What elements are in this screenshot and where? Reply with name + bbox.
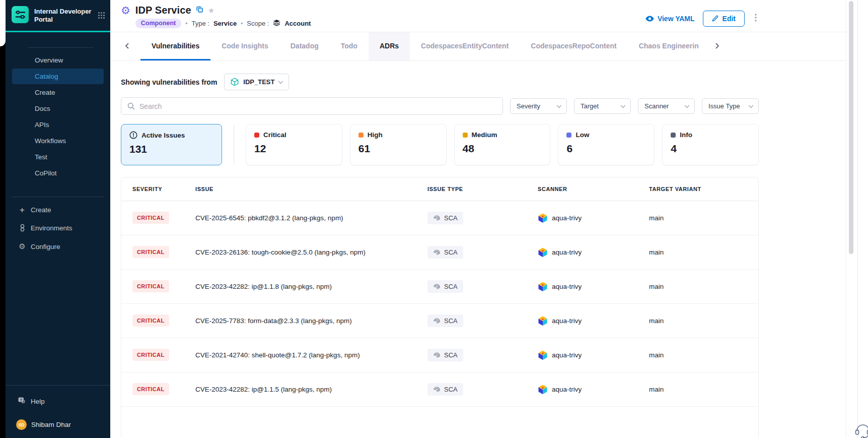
stat-value: 12 bbox=[254, 143, 334, 155]
issue-type-label: SCA bbox=[444, 351, 458, 359]
severity-dot bbox=[671, 133, 676, 138]
tab[interactable]: Todo bbox=[330, 32, 369, 60]
sidebar-nav-label: Overview bbox=[35, 56, 63, 64]
table-row[interactable]: CRITICAL CVE-2025-6545: pbkdf2@3.1.2 (la… bbox=[121, 201, 758, 235]
gear-icon: ⚙ bbox=[18, 242, 26, 251]
tab-list: Vulnerabilities Code Insights Datadog To… bbox=[140, 32, 710, 60]
edit-label: Edit bbox=[722, 15, 736, 23]
sidebar-divider bbox=[12, 197, 104, 197]
table-row[interactable]: CRITICAL CVE-2021-42740: shell-quote@1.7… bbox=[121, 338, 758, 372]
sidebar-action-configure[interactable]: ⚙ Configure bbox=[12, 237, 104, 256]
sidebar-nav-label: Workflows bbox=[35, 137, 66, 145]
sidebar-nav-item[interactable]: Test bbox=[12, 149, 104, 165]
sidebar-action-create[interactable]: + Create bbox=[12, 202, 104, 218]
more-options-icon[interactable] bbox=[753, 13, 759, 25]
filter-select[interactable]: Issue Type bbox=[702, 98, 759, 114]
sidebar-nav-item[interactable]: APIs bbox=[12, 117, 104, 133]
severity-stat-card[interactable]: Medium 48 bbox=[454, 124, 551, 165]
tab[interactable]: Code Insights bbox=[210, 32, 279, 60]
user-menu[interactable]: SD Shibam Dhar bbox=[16, 419, 110, 430]
severity-stat-card[interactable]: Critical 12 bbox=[246, 124, 342, 165]
severity-dot bbox=[566, 133, 571, 138]
issue-text: CVE-2023-26136: tough-cookie@2.5.0 (lang… bbox=[195, 248, 366, 256]
project-name: IDP_TEST bbox=[243, 78, 274, 86]
sidebar-divider bbox=[6, 385, 110, 386]
stat-label: Medium bbox=[472, 131, 497, 139]
sidebar-nav-item[interactable]: Workflows bbox=[12, 133, 104, 149]
help-button[interactable]: ? Help bbox=[18, 397, 110, 406]
main-panel: ⚙ IDP Service ★ Component bbox=[110, 0, 868, 438]
sidebar-action-environments[interactable]: Environments bbox=[12, 219, 104, 236]
target-variant: main bbox=[649, 386, 664, 393]
table-row[interactable]: CRITICAL CVE-2023-42282: ip@1.1.5 (lang-… bbox=[121, 372, 758, 406]
meta-separator: • bbox=[185, 20, 187, 27]
portal-logo-icon[interactable] bbox=[11, 6, 29, 26]
tabs-scroll-left-icon[interactable] bbox=[121, 39, 133, 54]
support-icon[interactable] bbox=[854, 422, 868, 438]
target-variant: main bbox=[649, 351, 664, 359]
filter-select[interactable]: Target bbox=[574, 98, 631, 114]
tab[interactable]: CodespacesRepoContent bbox=[520, 32, 627, 60]
project-select[interactable]: IDP_TEST bbox=[224, 74, 289, 90]
issue-type-label: SCA bbox=[444, 317, 458, 325]
severity-stat-card[interactable]: Info 4 bbox=[662, 124, 759, 165]
help-label: Help bbox=[31, 398, 45, 405]
table-row[interactable]: CRITICAL CVE-2023-26136: tough-cookie@2.… bbox=[121, 235, 758, 269]
sidebar-nav-item[interactable]: Docs bbox=[12, 101, 104, 116]
chevron-down-icon bbox=[557, 103, 562, 108]
stat-value: 48 bbox=[463, 143, 542, 155]
severity-stat-card[interactable]: Low 6 bbox=[558, 124, 655, 165]
issue-type-label: SCA bbox=[444, 214, 458, 222]
sidebar-nav-item[interactable]: CoPilot bbox=[12, 165, 104, 181]
filter-select[interactable]: Severity bbox=[510, 98, 567, 114]
severity-cards: Critical 12 High 61 bbox=[246, 124, 759, 165]
tab[interactable]: CodespacesEntityContent bbox=[410, 32, 520, 60]
table-row[interactable]: CRITICAL CVE-2023-42282: ip@1.1.8 (lang-… bbox=[121, 269, 758, 303]
scanner-name: aqua-trivy bbox=[552, 283, 582, 290]
scope-label: Scope : bbox=[247, 20, 269, 27]
meta-separator: • bbox=[241, 20, 243, 27]
sidebar-nav-item[interactable]: Catalog bbox=[12, 69, 104, 84]
search-input[interactable] bbox=[139, 102, 496, 110]
tab-label: Todo bbox=[341, 42, 357, 50]
sidebar-nav-item[interactable]: Overview bbox=[12, 52, 104, 68]
tab[interactable]: Chaos Engineerin bbox=[628, 32, 710, 60]
stat-value: 4 bbox=[671, 143, 750, 155]
filter-label: Scanner bbox=[644, 102, 669, 110]
svg-text:?: ? bbox=[20, 398, 22, 402]
severity-dot bbox=[463, 133, 468, 138]
table-row[interactable]: CRITICAL CVE-2025-7783: form-data@2.3.3 … bbox=[121, 303, 758, 338]
entity-meta: Component • Type : Service • Scope : bbox=[135, 19, 311, 28]
sidebar-nav-item[interactable]: Create bbox=[12, 85, 104, 100]
filter-select[interactable]: Scanner bbox=[638, 98, 695, 114]
issue-type-badge: SCA bbox=[427, 280, 463, 293]
tabs-scroll-right-icon[interactable] bbox=[711, 39, 724, 54]
column-header-issue: ISSUE bbox=[195, 177, 427, 201]
sidebar-action-label: Configure bbox=[31, 243, 60, 251]
search-icon bbox=[127, 102, 135, 110]
severity-stat-card[interactable]: High 61 bbox=[350, 124, 447, 165]
issue-type-badge: SCA bbox=[427, 383, 463, 396]
project-cube-icon bbox=[231, 78, 239, 86]
tab-label: CodespacesRepoContent bbox=[531, 42, 616, 50]
copy-icon[interactable] bbox=[196, 6, 203, 15]
chevron-down-icon bbox=[278, 79, 283, 84]
view-yaml-button[interactable]: View YAML bbox=[645, 15, 695, 23]
sca-scan-icon bbox=[433, 214, 441, 222]
scrollbar-track-border bbox=[846, 0, 846, 438]
favorite-star-icon[interactable]: ★ bbox=[208, 6, 214, 15]
app-grid-icon[interactable] bbox=[98, 12, 105, 21]
tab[interactable]: Vulnerabilities bbox=[140, 32, 210, 60]
sidebar-nav-label: Docs bbox=[35, 105, 50, 112]
scrollbar-thumb[interactable] bbox=[849, 1, 853, 254]
tab[interactable]: ADRs bbox=[369, 32, 410, 60]
column-header-target-variant: TARGET VARIANT bbox=[649, 177, 758, 201]
filter-bar: Severity Target Scanner Issue Ty bbox=[510, 97, 759, 115]
tab-label: Datadog bbox=[291, 42, 319, 50]
filter-label: Target bbox=[581, 102, 599, 110]
account-layers-icon bbox=[273, 19, 280, 28]
active-issues-card[interactable]: Active Issues 131 bbox=[121, 124, 222, 165]
sidebar-nav-label: Catalog bbox=[35, 73, 58, 80]
edit-button[interactable]: Edit bbox=[703, 11, 745, 27]
tab[interactable]: Datadog bbox=[279, 32, 330, 60]
